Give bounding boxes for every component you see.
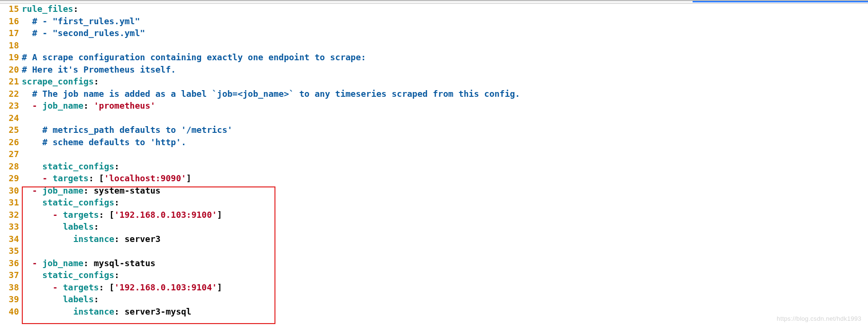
code-token: static_configs	[42, 197, 114, 207]
code-content[interactable]: - job_name: system-status	[22, 185, 868, 197]
code-token: # Here it's Prometheus itself.	[22, 65, 176, 74]
code-content[interactable]: # Here it's Prometheus itself.	[22, 64, 868, 76]
code-content[interactable]: scrape_configs:	[22, 75, 868, 88]
code-line[interactable]: 22 # The job name is added as a label `j…	[0, 88, 868, 100]
code-line[interactable]: 40 instance: server3-mysql	[0, 306, 868, 318]
code-token	[22, 270, 42, 280]
line-number: 33	[0, 221, 22, 233]
line-number: 39	[0, 293, 22, 306]
code-token	[89, 101, 94, 111]
code-token: targets	[63, 282, 99, 292]
line-number: 31	[0, 196, 22, 209]
code-token: :	[94, 294, 99, 304]
code-token	[89, 186, 94, 195]
code-content[interactable]: instance: server3	[22, 233, 868, 245]
code-line[interactable]: 23 - job_name: 'prometheus'	[0, 100, 868, 112]
code-line[interactable]: 20# Here it's Prometheus itself.	[0, 64, 868, 76]
code-content[interactable]: # metrics_path defaults to '/metrics'	[22, 124, 868, 136]
code-editor[interactable]: 15rule_files:16 # - "first_rules.yml"17 …	[0, 1, 868, 317]
code-content[interactable]: static_configs:	[22, 196, 868, 209]
code-content[interactable]: # - "first_rules.yml"	[22, 15, 868, 28]
code-line[interactable]: 37 static_configs:	[0, 269, 868, 281]
code-content[interactable]: - job_name: 'prometheus'	[22, 100, 868, 112]
code-content[interactable]: - targets: ['localhost:9090']	[22, 172, 868, 185]
line-number: 38	[0, 281, 22, 294]
line-number: 27	[0, 148, 22, 160]
code-content[interactable]: instance: server3-mysql	[22, 306, 868, 318]
code-line[interactable]: 17 # - "second_rules.yml"	[0, 27, 868, 39]
line-number: 17	[0, 27, 22, 39]
code-line[interactable]: 32 - targets: ['192.168.0.103:9100']	[0, 209, 868, 221]
code-token: instance	[73, 306, 114, 316]
code-line[interactable]: 16 # - "first_rules.yml"	[0, 15, 868, 28]
code-token: # A scrape configuration containing exac…	[22, 52, 366, 62]
code-token: instance	[73, 234, 114, 244]
code-line[interactable]: 31 static_configs:	[0, 196, 868, 209]
code-token: :	[114, 161, 119, 171]
code-line[interactable]: 27	[0, 148, 868, 160]
code-line[interactable]: 21scrape_configs:	[0, 75, 868, 88]
code-token	[37, 186, 43, 195]
code-line[interactable]: 38 - targets: ['192.168.0.103:9104']	[0, 281, 868, 294]
code-token: # - "first_rules.yml"	[32, 16, 140, 26]
code-token	[22, 294, 63, 304]
code-token: job_name	[42, 101, 83, 111]
code-line[interactable]: 35	[0, 245, 868, 257]
code-line[interactable]: 30 - job_name: system-status	[0, 185, 868, 197]
code-token: 'prometheus'	[94, 101, 155, 111]
code-content[interactable]: - targets: ['192.168.0.103:9104']	[22, 281, 868, 294]
code-line[interactable]: 25 # metrics_path defaults to '/metrics'	[0, 124, 868, 136]
code-content[interactable]: # - "second_rules.yml"	[22, 27, 868, 39]
code-content[interactable]: # The job name is added as a label `job=…	[22, 88, 868, 100]
code-token	[22, 234, 73, 244]
code-line[interactable]: 39 labels:	[0, 293, 868, 306]
code-token: # metrics_path defaults to '/metrics'	[42, 125, 232, 135]
code-editor-window: 15rule_files:16 # - "first_rules.yml"17 …	[0, 0, 868, 325]
code-line[interactable]: 19# A scrape configuration containing ex…	[0, 51, 868, 64]
line-number: 28	[0, 160, 22, 173]
code-token: :	[83, 186, 89, 195]
code-token: '192.168.0.103:9100'	[114, 210, 217, 220]
code-token: :	[73, 4, 78, 14]
code-content[interactable]: # scheme defaults to 'http'.	[22, 136, 868, 149]
code-token: :	[114, 306, 119, 316]
code-content[interactable]: - job_name: mysql-status	[22, 257, 868, 269]
code-token: rule_files	[22, 4, 73, 14]
code-token: -	[32, 258, 37, 268]
code-content[interactable]: - targets: ['192.168.0.103:9100']	[22, 209, 868, 221]
code-token: -	[32, 101, 37, 111]
code-line[interactable]: 15rule_files:	[0, 3, 868, 15]
code-token	[22, 28, 32, 38]
code-line[interactable]: 28 static_configs:	[0, 160, 868, 173]
code-token: scrape_configs	[22, 76, 94, 86]
code-token: :	[94, 222, 99, 232]
code-line[interactable]: 18	[0, 39, 868, 52]
line-number: 15	[0, 3, 22, 15]
code-content[interactable]: labels:	[22, 221, 868, 233]
code-content[interactable]: rule_files:	[22, 3, 868, 15]
code-token	[89, 258, 94, 268]
code-token: static_configs	[42, 161, 114, 171]
code-token: :	[114, 270, 119, 280]
code-token: :	[99, 282, 104, 292]
code-line[interactable]: 33 labels:	[0, 221, 868, 233]
code-token: ]	[217, 282, 222, 292]
code-token: # The job name is added as a label `job=…	[32, 89, 521, 99]
code-token	[22, 197, 42, 207]
code-content[interactable]: # A scrape configuration containing exac…	[22, 51, 868, 64]
code-line[interactable]: 34 instance: server3	[0, 233, 868, 245]
code-line[interactable]: 24	[0, 112, 868, 124]
code-token	[119, 234, 125, 244]
code-line[interactable]: 29 - targets: ['localhost:9090']	[0, 172, 868, 185]
code-token: ]	[217, 210, 222, 220]
code-content[interactable]: labels:	[22, 293, 868, 306]
line-number: 29	[0, 172, 22, 185]
line-number: 26	[0, 136, 22, 149]
code-content[interactable]: static_configs:	[22, 269, 868, 281]
code-token: :	[99, 210, 104, 220]
code-token	[22, 282, 53, 292]
code-line[interactable]: 26 # scheme defaults to 'http'.	[0, 136, 868, 149]
line-number: 37	[0, 269, 22, 281]
code-line[interactable]: 36 - job_name: mysql-status	[0, 257, 868, 269]
code-content[interactable]: static_configs:	[22, 160, 868, 173]
